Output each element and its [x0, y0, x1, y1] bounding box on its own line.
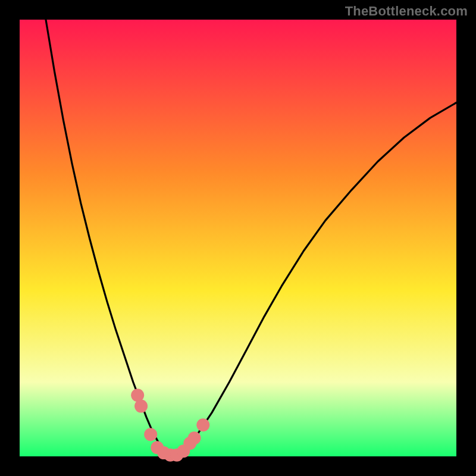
chart-stage: TheBottleneck.com [0, 0, 476, 476]
marker-point [196, 418, 209, 431]
marker-point [144, 428, 157, 441]
marker-point [134, 400, 148, 413]
watermark-text: TheBottleneck.com [345, 4, 468, 19]
bottleneck-chart [0, 0, 476, 476]
plot-background [20, 20, 456, 456]
marker-point [188, 431, 201, 444]
